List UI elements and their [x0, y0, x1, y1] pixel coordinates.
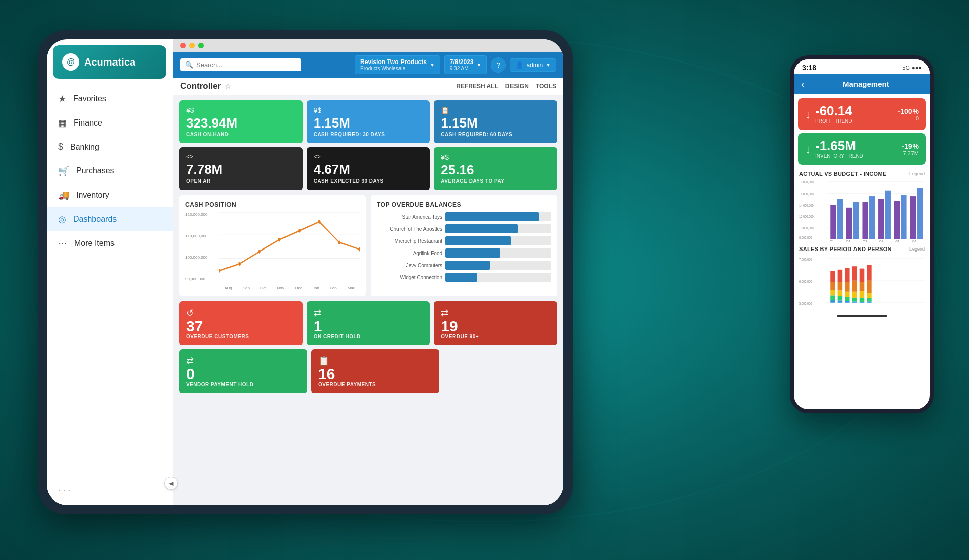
- svg-point-9: [278, 238, 280, 241]
- metric-cash-on-hand[interactable]: ¥$ 323.94M CASH ON-HAND: [179, 100, 303, 143]
- svg-rect-58: [838, 296, 843, 301]
- nav-item-more-items[interactable]: ⋯ More Items: [47, 231, 173, 256]
- user-menu[interactable]: 👤 admin ▼: [510, 58, 556, 72]
- app-title: Acumatica: [84, 56, 135, 68]
- bar-label: Widget Connection: [377, 275, 442, 280]
- metric-cash-expected[interactable]: <> 4.67M CASH EXPECTED 30 DAYS: [307, 147, 430, 190]
- svg-rect-60: [845, 268, 850, 282]
- credit-hold-label: ON CREDIT HOLD: [314, 334, 423, 339]
- svg-text:16,000,000: 16,000,000: [799, 192, 814, 196]
- profit-trend-arrow-icon: ↓: [805, 107, 811, 121]
- chrome-dot-green: [198, 43, 204, 48]
- metric-overdue-customers[interactable]: ↺ 37 OVERDUE CUSTOMERS: [179, 301, 303, 345]
- svg-rect-61: [845, 282, 850, 292]
- inventory-trend-pct: -19%: [902, 142, 919, 150]
- profit-trend-value: -60.14: [815, 104, 852, 117]
- svg-text:5,000,000: 5,000,000: [799, 302, 812, 305]
- metric-vendor-hold[interactable]: ⇄ 0 VENDOR PAYMENT HOLD: [179, 349, 307, 393]
- overdue-payments-value: 16: [318, 366, 432, 382]
- svg-rect-57: [838, 291, 843, 296]
- search-box[interactable]: 🔍: [180, 58, 301, 71]
- metric-avg-days[interactable]: ¥$ 25.16 AVERAGE DAYS TO PAY: [434, 147, 557, 190]
- date-selector[interactable]: 7/8/2023 9:32 AM ▼: [444, 55, 487, 74]
- svg-rect-63: [845, 297, 850, 301]
- svg-text:14,000,000: 14,000,000: [799, 203, 814, 207]
- metric-row-1: ¥$ 323.94M CASH ON-HAND ¥$ 1.15M CASH RE…: [179, 100, 557, 143]
- sidebar-collapse-button[interactable]: ◀: [164, 477, 178, 490]
- refresh-all-button[interactable]: REFRESH ALL: [456, 83, 498, 90]
- more-items-icon: ⋯: [58, 238, 67, 249]
- search-icon: 🔍: [185, 61, 193, 69]
- svg-rect-51: [830, 282, 835, 290]
- bar-row: Church of The Apostles: [377, 224, 551, 233]
- nav-item-purchases[interactable]: 🛒 Purchases: [47, 159, 173, 183]
- cash-on-hand-label: CASH ON-HAND: [186, 132, 296, 137]
- top-nav: 🔍 Revision Two Products Products Wholesa…: [173, 52, 563, 78]
- mobile-inventory-trend[interactable]: ↓ -1.65M INVENTORY TREND -19% 7.27M: [798, 133, 926, 165]
- svg-rect-72: [860, 291, 865, 298]
- mobile-back-icon[interactable]: ‹: [801, 78, 805, 90]
- metric-overdue-payments[interactable]: 📋 16 OVERDUE PAYMENTS: [311, 349, 439, 393]
- svg-text:Q3: Q3: [863, 240, 867, 242]
- mobile-nav: ‹ Management: [794, 74, 930, 94]
- avg-days-label: AVERAGE DAYS TO PAY: [441, 178, 550, 184]
- metric-cash-required-60[interactable]: 📋 1.15M CASH REQUIRED: 60 DAYS: [434, 100, 557, 143]
- nav-item-inventory[interactable]: 🚚 Inventory: [47, 183, 173, 207]
- nav-item-finance[interactable]: ▦ Finance: [47, 111, 173, 135]
- vendor-hold-value: 0: [186, 366, 300, 382]
- chrome-dot-red: [180, 43, 186, 48]
- svg-point-8: [258, 250, 261, 253]
- svg-rect-76: [867, 281, 872, 293]
- overdue-customers-icon: ↺: [186, 307, 194, 319]
- svg-point-10: [298, 229, 301, 232]
- open-ar-value: 7.78M: [186, 163, 296, 176]
- svg-rect-29: [853, 202, 859, 239]
- cash-expected-label: CASH EXPECTED 30 DAYS: [314, 178, 423, 184]
- svg-text:6,000,000: 6,000,000: [799, 280, 812, 283]
- bar-chart: Star America Toys Church of The Apostles: [377, 212, 551, 282]
- inventory-trend-label: INVENTORY TREND: [815, 153, 863, 159]
- svg-rect-37: [917, 188, 923, 239]
- credit-hold-value: 1: [314, 319, 423, 334]
- actual-vs-budget-title: ACTUAL VS BUDGET - INCOME: [799, 171, 887, 177]
- metric-cash-required-30[interactable]: ¥$ 1.15M CASH REQUIRED: 30 DAYS: [307, 100, 430, 143]
- open-ar-icon: <>: [186, 153, 193, 160]
- nav-item-banking[interactable]: $ Banking: [47, 135, 173, 159]
- avg-days-value: 25.16: [441, 163, 550, 176]
- mobile-status-bar: 3:18 5G ●●●: [794, 59, 930, 74]
- svg-rect-34: [894, 201, 900, 239]
- svg-point-11: [318, 220, 321, 223]
- help-button[interactable]: ?: [491, 57, 506, 73]
- cash-position-chart: CASH POSITION 120,000,000 110,000,000 10…: [179, 195, 366, 296]
- metric-open-ar[interactable]: <> 7.78M OPEN AR: [179, 147, 303, 190]
- svg-rect-35: [901, 195, 906, 239]
- svg-rect-67: [852, 292, 857, 298]
- svg-rect-36: [910, 196, 916, 239]
- username: admin: [526, 61, 543, 69]
- svg-rect-50: [830, 271, 835, 282]
- search-input[interactable]: [196, 61, 287, 69]
- svg-rect-68: [852, 298, 857, 302]
- metric-credit-hold[interactable]: ⇄ 1 ON CREDIT HOLD: [307, 301, 430, 345]
- bookmark-icon[interactable]: ☆: [225, 82, 232, 90]
- svg-rect-74: [860, 302, 865, 303]
- profit-trend-pct: -100%: [898, 107, 919, 115]
- svg-text:12,000,000: 12,000,000: [799, 215, 814, 219]
- design-button[interactable]: DESIGN: [505, 83, 529, 90]
- mobile-sales-by-period: SALES BY PERIOD AND PERSON Legend 7,000,…: [794, 244, 930, 312]
- cash-req-60-label: CASH REQUIRED: 60 DAYS: [441, 132, 550, 137]
- nav-item-dashboards[interactable]: ◎ Dashboards: [47, 207, 173, 231]
- tools-button[interactable]: TOOLS: [536, 83, 556, 90]
- company-selector[interactable]: Revision Two Products Products Wholesale…: [355, 55, 440, 74]
- overdue-90-value: 19: [441, 319, 550, 334]
- cash-expected-icon: <>: [314, 153, 321, 160]
- bar-label: Microchip Restaurant: [377, 238, 442, 244]
- metric-overdue-90[interactable]: ⇄ 19 OVERDUE 90+: [434, 301, 557, 345]
- nav-item-favorites[interactable]: ★ Favorites: [47, 87, 173, 111]
- metric-row-3: ↺ 37 OVERDUE CUSTOMERS ⇄ 1 ON CREDIT HOL…: [179, 301, 557, 345]
- profit-trend-sub: 0: [898, 115, 919, 121]
- mobile-signal: 5G ●●●: [902, 65, 922, 71]
- overdue-90-icon: ⇄: [441, 307, 448, 319]
- mobile-profit-trend[interactable]: ↓ -60.14 PROFIT TREND -100% 0: [798, 98, 926, 130]
- credit-hold-icon: ⇄: [314, 307, 321, 319]
